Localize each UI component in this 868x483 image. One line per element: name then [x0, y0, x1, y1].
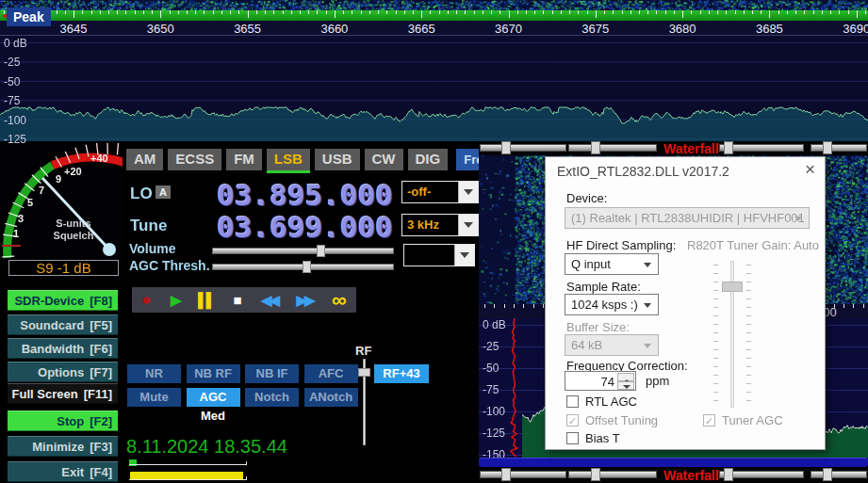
rf-slider-thumb[interactable]: [358, 368, 370, 377]
waterfall-slider-thumb[interactable]: [724, 141, 733, 154]
chevron-down-icon[interactable]: [454, 245, 474, 266]
frequency-tick-label: 3665: [408, 22, 435, 36]
scale-tick: [656, 10, 657, 14]
main-spectrum-canvas[interactable]: [0, 36, 868, 141]
chevron-down-icon[interactable]: [458, 182, 478, 202]
extra-select[interactable]: [403, 244, 475, 266]
waterfall-slider-thumb[interactable]: [591, 468, 600, 481]
sidebar-button-full-screen[interactable]: Full Screen[F11]: [8, 383, 118, 404]
mode-button-dig[interactable]: DIG: [408, 149, 449, 170]
gauge-scale-number: +20: [64, 166, 82, 177]
scale-tick: [273, 10, 274, 14]
frequency-correction-input[interactable]: 74: [565, 371, 636, 391]
play-icon[interactable]: ▶: [171, 293, 179, 307]
bandwidth-select[interactable]: 3 kHz: [401, 214, 479, 236]
sidebar-button-minimize[interactable]: Minimize[F3]: [8, 436, 118, 457]
buffer-size-label: Buffer Size:: [566, 320, 630, 334]
dsp-button-notch[interactable]: Notch: [245, 388, 299, 407]
mode-button-lsb[interactable]: LSB: [267, 149, 310, 170]
sidebar-button-options[interactable]: Options[F7]: [8, 362, 118, 382]
agc-threshold-slider-thumb[interactable]: [303, 261, 311, 273]
dsp-button-nb-rf[interactable]: NB RF: [187, 364, 240, 383]
loop-icon[interactable]: ∞: [332, 292, 347, 309]
band-indicator[interactable]: [0, 10, 868, 21]
scale-tick: [494, 304, 495, 308]
buffer-size-value: 64 kB: [571, 338, 602, 352]
dsp-button-mute[interactable]: Mute: [127, 388, 181, 407]
waterfall-slider[interactable]: [480, 471, 566, 478]
dsp-button-anotch[interactable]: ANotch: [304, 388, 358, 407]
scale-tick: [647, 10, 648, 14]
lo-step-select[interactable]: -off-: [401, 181, 479, 203]
waterfall-slider[interactable]: [480, 144, 566, 152]
record-icon[interactable]: ●: [141, 293, 151, 307]
waterfall-slider-thumb[interactable]: [724, 468, 733, 481]
scale-tick: [744, 10, 745, 14]
rewind-icon[interactable]: ◀◀: [261, 293, 277, 307]
checkbox-box[interactable]: [566, 395, 579, 408]
sidebar-button-hotkey: [F11]: [84, 387, 112, 401]
mode-button-fm[interactable]: FM: [226, 149, 262, 170]
peak-badge[interactable]: Peak: [7, 8, 51, 26]
chevron-down-icon[interactable]: [458, 215, 478, 235]
dsp-button-agc-med[interactable]: AGC Med: [187, 388, 240, 407]
checkbox-bias-t[interactable]: Bias T: [566, 431, 620, 445]
sidebar-button-soundcard[interactable]: Soundcard[F5]: [8, 314, 118, 335]
waterfall-slider[interactable]: [568, 144, 657, 152]
main-spectrum[interactable]: 0 dB-25-50-75-100-125: [0, 36, 868, 141]
sidebar-button-exit[interactable]: Exit[F4]: [8, 461, 118, 482]
agc-threshold-slider[interactable]: [212, 264, 394, 270]
waterfall-slider[interactable]: [811, 144, 867, 152]
waterfall-slider[interactable]: [568, 471, 657, 478]
scale-tick: [456, 10, 457, 14]
gauge-scale-number: +40: [90, 153, 108, 164]
frequency-scale[interactable]: 3645365036553660366536703675368036853690: [0, 21, 868, 36]
scale-tick: [709, 10, 710, 14]
mode-button-usb[interactable]: USB: [315, 149, 360, 170]
rf-gain-button[interactable]: RF+43: [374, 364, 429, 383]
waterfall-label: Waterfall: [663, 141, 719, 156]
sidebar-button-label: Options: [38, 365, 84, 379]
scale-tick: [100, 10, 101, 14]
hf-direct-sampling-value: Q input: [571, 257, 611, 271]
waterfall-slider-thumb[interactable]: [591, 141, 600, 154]
pause-icon[interactable]: ▌▌: [198, 293, 214, 307]
volume-slider[interactable]: [212, 248, 394, 254]
dsp-button-nr[interactable]: NR: [127, 364, 181, 383]
hf-direct-sampling-select[interactable]: Q input: [565, 253, 659, 275]
stop-icon[interactable]: ■: [234, 293, 242, 307]
dsp-button-nb-if[interactable]: NB IF: [245, 364, 299, 383]
spinner-up-icon[interactable]: [617, 373, 634, 381]
waterfall-slider-thumb[interactable]: [823, 468, 832, 481]
dsp-button-afc[interactable]: AFC: [304, 364, 358, 383]
top-waterfall-strip[interactable]: [0, 0, 868, 10]
slider-ticks-right: [746, 265, 751, 402]
frequency-tick-label: 3685: [756, 22, 783, 36]
volume-slider-thumb[interactable]: [317, 245, 325, 257]
mode-button-cw[interactable]: CW: [365, 149, 403, 170]
waterfall-slider-thumb[interactable]: [501, 141, 511, 154]
sidebar-button-sdr-device[interactable]: SDR-Device[F8]: [8, 290, 118, 311]
sidebar-button-stop[interactable]: Stop[F2]: [8, 411, 118, 431]
mode-button-ecss[interactable]: ECSS: [168, 149, 221, 170]
squelch-label: Squelch: [54, 230, 94, 241]
sidebar-button-bandwidth[interactable]: Bandwidth[F6]: [8, 338, 118, 359]
scale-tick: [108, 10, 109, 14]
lo-frequency-display[interactable]: 03.895.000: [193, 181, 393, 209]
checkbox-rtl-agc[interactable]: RTL AGC: [566, 394, 637, 409]
waterfall-slider-thumb[interactable]: [823, 141, 832, 154]
lo-auto-badge[interactable]: A: [156, 185, 171, 199]
checkbox-box: ✓: [703, 414, 715, 427]
sample-rate-select[interactable]: 1024 ksps :): [565, 294, 659, 315]
bandwidth-value: 3 kHz: [402, 215, 458, 235]
mode-button-am[interactable]: AM: [126, 149, 163, 170]
close-icon[interactable]: ×: [805, 160, 815, 178]
spinner-down-icon[interactable]: [617, 381, 634, 390]
waterfall-slider[interactable]: [811, 471, 867, 478]
tune-frequency-display[interactable]: 03.699.000: [193, 213, 393, 241]
checkbox-box[interactable]: [566, 432, 579, 444]
waterfall-slider-thumb[interactable]: [501, 468, 511, 481]
fast-forward-icon[interactable]: ▶▶: [297, 293, 313, 307]
scale-tick: [483, 10, 483, 14]
waterfall-label: Waterfall: [663, 468, 719, 483]
